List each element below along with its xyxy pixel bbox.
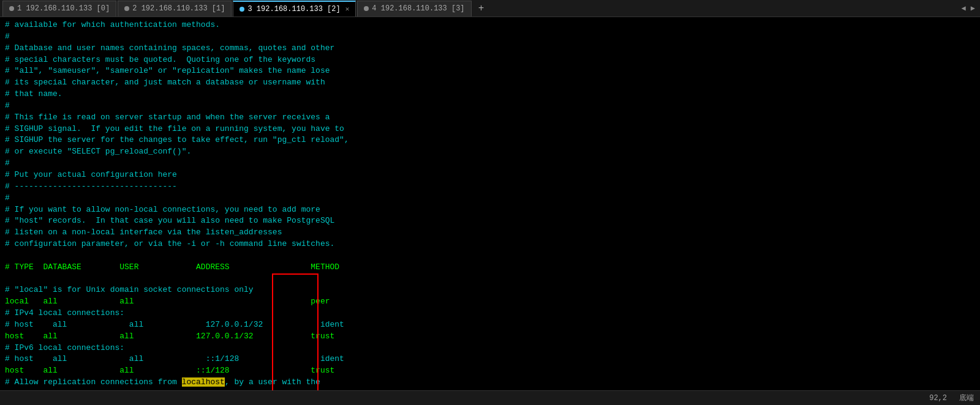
tab-3-label: 3 192.168.110.133 [2] (247, 5, 340, 13)
line-1: # available for which authentication met… (5, 20, 975, 31)
line-20: # configuration parameter, or via the -i… (5, 239, 975, 250)
tab-3[interactable]: 3 192.168.110.133 [2] ✕ (233, 1, 356, 17)
line-18: # "host" records. In that case you will … (5, 215, 975, 227)
tab-4[interactable]: 4 192.168.110.133 [3] (357, 1, 471, 17)
tab-1-dot (9, 6, 14, 11)
table-header: # TYPE DATABASE USER ADDRESS METHOD (5, 262, 975, 273)
line-6: # its special character, and just match … (5, 77, 975, 89)
tab-2[interactable]: 2 192.168.110.133 [1] (118, 1, 232, 17)
line-2: # (5, 31, 975, 43)
line-8: # (5, 100, 975, 112)
line-empty-1 (5, 250, 975, 262)
table-line-2: # "local" is for Unix domain socket conn… (5, 284, 975, 296)
terminal-content: # available for which authentication met… (0, 17, 980, 390)
tab-3-close[interactable]: ✕ (345, 5, 350, 13)
line-19: # listen on a non-local interface via th… (5, 227, 975, 239)
tab-bar: 1 192.168.110.133 [0] 2 192.168.110.133 … (0, 0, 980, 17)
line-7: # that name. (5, 89, 975, 100)
tab-2-dot (124, 6, 129, 11)
table-line-8: # host all all ::1/128 ident (5, 354, 975, 365)
localhost-highlight: localhost (182, 377, 225, 387)
tab-scroll-right[interactable]: ▶ (968, 4, 978, 13)
table-area: # "local" is for Unix domain socket conn… (5, 273, 975, 390)
table-line-7: # IPv6 local connections: (5, 343, 975, 354)
tab-scroll-left[interactable]: ◀ (959, 4, 968, 13)
line-17: # If you want to allow non-local connect… (5, 204, 975, 216)
line-16: # (5, 193, 975, 204)
tab-1[interactable]: 1 192.168.110.133 [0] (2, 1, 116, 17)
line-11: # SIGHUP the server for the changes to t… (5, 135, 975, 146)
tab-1-label: 1 192.168.110.133 [0] (17, 4, 110, 13)
new-tab-button[interactable]: + (474, 1, 489, 16)
line-13: # (5, 158, 975, 169)
tab-3-dot (239, 7, 244, 12)
editor-mode: 底端 (959, 393, 974, 403)
tab-4-dot (364, 6, 369, 11)
tab-2-label: 2 192.168.110.133 [1] (132, 4, 225, 13)
tab-arrows: ◀ ▶ (959, 4, 978, 13)
tab-4-label: 4 192.168.110.133 [3] (372, 4, 464, 13)
table-line-6: host all all 127.0.0.1/32 trust (5, 331, 975, 343)
line-4: # special characters must be quoted. Quo… (5, 54, 975, 66)
line-14: # Put your actual configuration here (5, 169, 975, 181)
table-line-5: # host all all 127.0.0.1/32 ident (5, 319, 975, 331)
table-line-4: # IPv4 local connections: (5, 308, 975, 319)
line-12: # or execute "SELECT pg_reload_conf()". (5, 146, 975, 158)
cursor-position: 92,2 (929, 394, 947, 403)
table-line-10: # Allow replication connections from loc… (5, 377, 975, 388)
table-line-9: host all all ::1/128 trust (5, 365, 975, 377)
line-3: # Database and user names containing spa… (5, 43, 975, 54)
line-15: # ---------------------------------- (5, 181, 975, 193)
table-line-3: local all all peer (5, 296, 975, 308)
line-5: # "all", "sameuser", "samerole" or "repl… (5, 65, 975, 77)
status-bar: 92,2 底端 (0, 390, 980, 405)
line-9: # This file is read on server startup an… (5, 112, 975, 124)
table-line-1 (5, 273, 975, 285)
line-10: # SIGHUP signal. If you edit the file on… (5, 124, 975, 135)
